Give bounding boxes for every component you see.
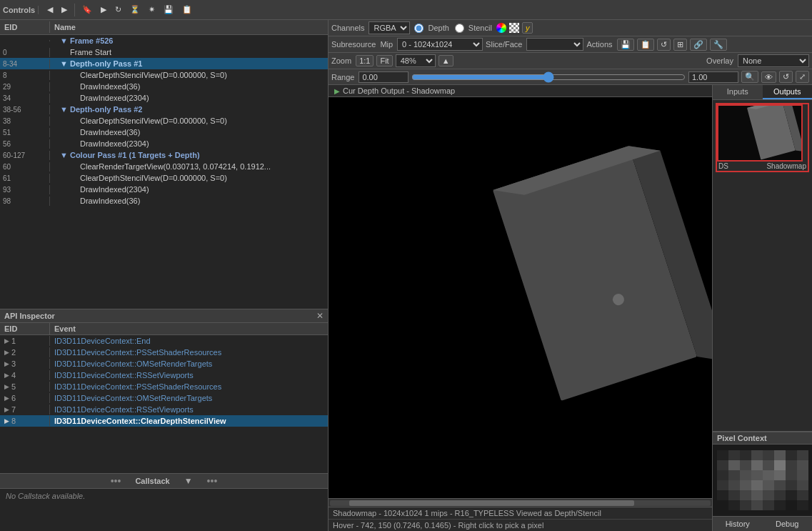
api-row[interactable]: ▶ 4 ID3D11DeviceContext::RSSetViewports xyxy=(0,369,328,381)
zoom-percent-select[interactable]: 48% xyxy=(396,54,436,67)
color-wheel-icon xyxy=(496,23,506,33)
thumb-image-shadowmap xyxy=(717,104,803,162)
range-expand-btn[interactable]: ⤢ xyxy=(796,71,809,83)
y-button[interactable]: y xyxy=(522,22,533,34)
tree-row[interactable]: 60 ClearRenderTargetView(0.030713, 0.074… xyxy=(0,161,328,172)
texture-canvas[interactable] xyxy=(329,97,712,498)
api-inspector-title: API Inspector xyxy=(4,312,55,320)
zoom-1-1-btn[interactable]: 1:1 xyxy=(356,55,374,66)
tree-row[interactable]: 51 DrawIndexed(36) xyxy=(0,126,328,138)
status-bar-2: Hover - 742, 150 (0.7246, 0.1465) - Righ… xyxy=(329,519,712,531)
toolbar-loop-btn[interactable]: ↻ xyxy=(112,4,124,16)
toolbar-back-btn[interactable]: ◀ xyxy=(44,4,56,16)
fit-btn[interactable]: Fit xyxy=(376,55,392,66)
api-row[interactable]: ▶ 7 ID3D11DeviceContext::RSSetViewports xyxy=(0,404,328,415)
action-tool-btn[interactable]: 🔧 xyxy=(710,39,727,51)
action-save-btn[interactable]: 💾 xyxy=(617,39,634,51)
tree-cell-name: ClearDepthStencilView(D=0.000000, S=0) xyxy=(50,70,328,80)
slice-select[interactable] xyxy=(526,38,583,51)
action-link-btn[interactable]: 🔗 xyxy=(690,39,707,51)
zoom-up-btn[interactable]: ▲ xyxy=(438,55,453,66)
api-cell-event: ID3D11DeviceContext::PSSetShaderResource… xyxy=(50,347,328,357)
tree-row[interactable]: 60-127 ▼ Colour Pass #1 (1 Targets + Dep… xyxy=(0,149,328,161)
thumbnail-panel: Inputs Outputs xyxy=(712,85,812,531)
range-max-input[interactable]: 1.00 xyxy=(688,71,738,83)
api-row[interactable]: ▶ 2 ID3D11DeviceContext::PSSetShaderReso… xyxy=(0,347,328,358)
toolbar-save-btn[interactable]: 💾 xyxy=(161,4,176,16)
tab-outputs[interactable]: Outputs xyxy=(763,85,813,99)
mip-select[interactable]: 0 - 1024x1024 xyxy=(397,38,483,51)
pixel-cell xyxy=(728,450,740,460)
tree-row[interactable]: 93 DrawIndexed(2304) xyxy=(0,184,328,195)
stencil-label: Stencil xyxy=(468,24,492,32)
tree-row[interactable]: 56 DrawIndexed(2304) xyxy=(0,138,328,149)
tree-header: EID Name xyxy=(0,20,328,35)
tree-cell-name: ClearRenderTargetView(0.030713, 0.074214… xyxy=(50,162,328,172)
callstack-dots-left[interactable]: ••• xyxy=(111,475,121,487)
pixel-cell xyxy=(740,490,751,500)
tree-row-selected[interactable]: 8-34 ▼ Depth-only Pass #1 xyxy=(0,58,328,69)
callstack-dots-right[interactable]: ••• xyxy=(207,475,218,487)
thumb-item-shadowmap[interactable]: DS Shadowmap xyxy=(716,103,809,172)
tree-row[interactable]: 34 DrawIndexed(2304) xyxy=(0,92,328,104)
range-reset-btn[interactable]: ↺ xyxy=(779,71,793,83)
api-cell-event: ID3D11DeviceContext::OMSetRenderTargets xyxy=(50,359,328,369)
api-row[interactable]: ▶ 1 ID3D11DeviceContext::End xyxy=(0,335,328,347)
channels-select[interactable]: RGBA xyxy=(369,21,410,34)
api-row[interactable]: ▶ 5 ID3D11DeviceContext::PSSetShaderReso… xyxy=(0,381,328,392)
api-row-selected[interactable]: ▶ 8 ID3D11DeviceContext::ClearDepthStenc… xyxy=(0,415,328,427)
debug-button[interactable]: Debug xyxy=(763,517,813,531)
pixel-cell xyxy=(797,460,808,470)
toolbar-clipboard-btn[interactable]: 📋 xyxy=(179,4,195,16)
api-row[interactable]: ▶ 6 ID3D11DeviceContext::OMSetRenderTarg… xyxy=(0,392,328,404)
range-zoom-btn[interactable]: 🔍 xyxy=(741,71,758,83)
pixel-cell xyxy=(786,470,797,480)
tree-row[interactable]: 8 ClearDepthStencilView(D=0.000000, S=0) xyxy=(0,69,328,81)
tree-row[interactable]: 29 DrawIndexed(36) xyxy=(0,81,328,92)
pixel-cell xyxy=(717,460,728,470)
h-scroll-thumb[interactable] xyxy=(349,500,635,506)
callstack-title: Callstack xyxy=(135,477,169,485)
action-refresh-btn[interactable]: ↺ xyxy=(657,39,671,51)
toolbar-settings-btn[interactable]: ✷ xyxy=(146,4,158,16)
tree-row[interactable]: 38-56 ▼ Depth-only Pass #2 xyxy=(0,104,328,115)
history-button[interactable]: History xyxy=(713,517,763,531)
tab-inputs[interactable]: Inputs xyxy=(713,85,763,99)
tree-cell-name: DrawIndexed(2304) xyxy=(50,139,328,149)
tree-header-eid: EID xyxy=(0,21,50,33)
api-inspector-close[interactable]: ✕ xyxy=(316,311,324,321)
range-min-input[interactable]: 0.00 xyxy=(359,71,408,83)
tree-row[interactable]: 0 Frame Start xyxy=(0,46,328,58)
h-scrollbar[interactable] xyxy=(329,498,712,507)
pixel-cell xyxy=(786,490,797,500)
api-row[interactable]: ▶ 3 ID3D11DeviceContext::OMSetRenderTarg… xyxy=(0,358,328,369)
texture-main: ▶ Cur Depth Output - Shadowmap xyxy=(329,85,812,531)
tree-row[interactable]: 61 ClearDepthStencilView(D=0.000000, S=0… xyxy=(0,172,328,184)
api-cell-event: ID3D11DeviceContext::PSSetShaderResource… xyxy=(50,382,328,392)
stencil-radio[interactable] xyxy=(455,24,464,33)
tree-row[interactable]: ▼ Frame #526 xyxy=(0,35,328,46)
action-grid-btn[interactable]: ⊞ xyxy=(673,39,687,51)
overlay-select[interactable]: None xyxy=(738,54,809,67)
depth-radio[interactable] xyxy=(414,24,423,33)
pixel-cell xyxy=(797,480,808,490)
pixel-cell xyxy=(717,480,728,490)
toolbar-forward-btn[interactable]: ▶ xyxy=(59,4,70,16)
toolbar-timer-btn[interactable]: ⏳ xyxy=(127,4,143,16)
toolbar-bookmark-btn[interactable]: 🔖 xyxy=(79,4,95,16)
pixel-cell xyxy=(786,500,797,510)
thumb-tabs: Inputs Outputs xyxy=(713,85,812,100)
pixel-context: Pixel Context xyxy=(713,431,812,516)
slice-face-label: Slice/Face xyxy=(486,40,522,49)
callstack-bar: ••• Callstack ▼ ••• xyxy=(0,474,328,489)
pixel-checker-grid xyxy=(717,450,808,510)
toolbar-play-btn[interactable]: ▶ xyxy=(98,4,109,16)
tree-row[interactable]: 98 DrawIndexed(36) xyxy=(0,195,328,207)
tree-row[interactable]: 38 ClearDepthStencilView(D=0.000000, S=0… xyxy=(0,115,328,126)
range-slider[interactable] xyxy=(411,72,686,82)
action-copy-btn[interactable]: 📋 xyxy=(637,39,654,51)
pixel-cell xyxy=(740,500,751,510)
left-panel: EID Name ▼ Frame #526 0 Frame Start 8-34… xyxy=(0,20,329,531)
range-eye-btn[interactable]: 👁 xyxy=(761,71,776,83)
zoom-label: Zoom xyxy=(331,56,351,65)
